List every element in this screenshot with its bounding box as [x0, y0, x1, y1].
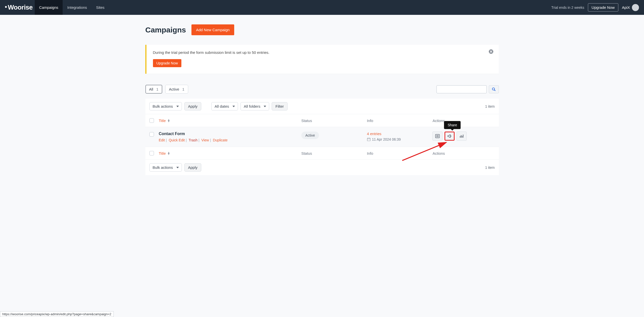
calendar-icon [367, 138, 371, 141]
megaphone-icon [447, 134, 452, 138]
status-badge: Active [301, 132, 319, 139]
select-all-checkbox[interactable] [149, 118, 154, 123]
view-link[interactable]: View [202, 138, 209, 142]
chart-icon [460, 134, 464, 138]
svg-line-1 [494, 90, 495, 91]
dates-select[interactable]: All dates [211, 102, 238, 110]
close-icon[interactable] [489, 49, 493, 54]
upgrade-button-notice[interactable]: Upgrade Now [153, 59, 182, 67]
username: ApiX [622, 5, 630, 10]
filter-all-label: All [149, 87, 153, 91]
trial-notice: During the trial period the form submiss… [145, 45, 499, 74]
edit-link[interactable]: Edit [159, 138, 165, 142]
col-header-info: Info [367, 118, 433, 123]
table-row: Contact Form Edit| Quick Edit| Trash| Vi… [145, 127, 499, 147]
list-icon [435, 134, 440, 138]
nav-campaigns[interactable]: Campaigns [35, 0, 63, 15]
search-button[interactable] [489, 85, 499, 93]
col-footer-actions: Actions [432, 151, 495, 155]
filter-all-count: 1 [156, 87, 158, 91]
entries-button[interactable] [432, 132, 442, 141]
table-footer: Title ▲▼ Status Info Actions [145, 147, 499, 160]
filter-button[interactable]: Filter [272, 102, 288, 110]
col-header-actions: Actions [432, 118, 495, 123]
search-icon [492, 87, 496, 91]
user-menu[interactable]: ApiX [622, 4, 639, 11]
sort-icon: ▲▼ [167, 152, 170, 155]
share-button[interactable] [445, 132, 455, 141]
page-header: Campaigns Add New Campaign [145, 24, 499, 35]
logo: Woorise [5, 4, 33, 11]
col-footer-title[interactable]: Title ▲▼ [159, 151, 301, 155]
row-checkbox[interactable] [149, 132, 154, 137]
col-footer-info: Info [367, 151, 433, 155]
filter-active-label: Active [169, 87, 179, 91]
quick-edit-link[interactable]: Quick Edit [169, 138, 185, 142]
upgrade-button-nav[interactable]: Upgrade Now [588, 3, 619, 12]
entries-link[interactable]: 4 entries [367, 132, 433, 136]
avatar [632, 4, 639, 11]
notice-text: During the trial period the form submiss… [153, 50, 492, 55]
add-campaign-button[interactable]: Add New Campaign [191, 24, 234, 35]
nav-items: Campaigns Integrations Sites [35, 0, 109, 15]
search-input[interactable] [436, 85, 487, 93]
toolbar: Bulk actions Apply All dates All folders… [145, 99, 499, 114]
sort-icon: ▲▼ [167, 119, 170, 122]
trash-link[interactable]: Trash [189, 138, 197, 142]
filter-row: All 1 Active 1 [145, 85, 499, 94]
campaigns-table: Title ▲▼ Status Info Actions Contact For… [145, 114, 499, 160]
nav-sites[interactable]: Sites [92, 0, 109, 15]
filter-tab-all[interactable]: All 1 [145, 85, 162, 94]
search-row [436, 85, 499, 93]
apply-button[interactable]: Apply [184, 102, 202, 110]
bulk-actions-select-bottom[interactable]: Bulk actions [149, 163, 182, 172]
campaign-date: 11 Apr 2024 06:39 [367, 137, 433, 141]
select-all-checkbox-bottom[interactable] [149, 151, 154, 155]
col-header-title[interactable]: Title ▲▼ [159, 118, 301, 123]
top-navigation: Woorise Campaigns Integrations Sites Tri… [0, 0, 644, 15]
col-footer-status: Status [301, 151, 367, 155]
item-count-bottom: 1 item [485, 166, 495, 170]
svg-rect-2 [367, 138, 370, 141]
svg-point-0 [492, 88, 495, 90]
col-header-status: Status [301, 118, 367, 123]
actions-cell: Share [432, 132, 495, 141]
trial-status: Trial ends in 2 weeks [551, 6, 584, 10]
folders-select[interactable]: All folders [240, 102, 269, 110]
filter-active-count: 1 [182, 87, 184, 91]
filter-tab-active[interactable]: Active 1 [165, 85, 188, 94]
bulk-actions-select[interactable]: Bulk actions [149, 102, 182, 110]
nav-right: Trial ends in 2 weeks Upgrade Now ApiX [551, 3, 639, 12]
page-title: Campaigns [145, 26, 186, 34]
bottom-toolbar: Bulk actions Apply 1 item [145, 160, 499, 175]
duplicate-link[interactable]: Duplicate [213, 138, 227, 142]
nav-integrations[interactable]: Integrations [63, 0, 91, 15]
item-count-top: 1 item [485, 104, 495, 108]
share-tooltip: Share [444, 121, 460, 129]
campaign-title[interactable]: Contact Form [159, 132, 301, 136]
apply-button-bottom[interactable]: Apply [184, 163, 202, 172]
stats-button[interactable] [457, 132, 467, 141]
row-actions: Edit| Quick Edit| Trash| View| Duplicate [159, 138, 301, 142]
